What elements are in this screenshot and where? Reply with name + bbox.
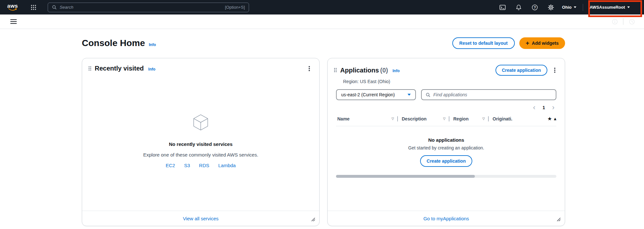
- resize-handle-icon[interactable]: [556, 217, 561, 223]
- sort-icon: ▽: [391, 117, 397, 120]
- applications-widget: Applications(0) Info Create application …: [327, 58, 565, 226]
- info-panel-icon[interactable]: [609, 16, 620, 27]
- widget-title: Applications(0): [340, 67, 388, 74]
- column-header-description[interactable]: Description ▽: [402, 116, 449, 121]
- view-all-services-link[interactable]: View all services: [183, 216, 219, 221]
- plus-icon: +: [526, 40, 529, 46]
- service-links: EC2 S3 RDS Lambda: [166, 163, 235, 168]
- service-link-rds[interactable]: RDS: [199, 163, 209, 168]
- search-bar[interactable]: [Option+S]: [48, 3, 249, 12]
- recently-visited-header: Recently visited Info: [82, 58, 319, 72]
- applications-controls: us-east-2 (Current Region): [336, 89, 556, 100]
- column-header-favorites[interactable]: ★ ▲: [547, 116, 556, 122]
- subbar-right-cluster: [609, 16, 644, 27]
- history-clock-icon[interactable]: [626, 16, 638, 27]
- pagination-prev-icon[interactable]: ‹: [533, 104, 536, 111]
- column-divider: [397, 116, 398, 121]
- add-widgets-label: Add widgets: [532, 41, 559, 46]
- empty-state-description: Get started by creating an application.: [408, 145, 484, 150]
- column-divider: [488, 116, 489, 121]
- kebab-menu-icon[interactable]: [305, 65, 313, 72]
- service-link-lambda[interactable]: Lambda: [218, 163, 236, 168]
- sort-ascending-icon: ▲: [554, 117, 556, 120]
- add-widgets-button[interactable]: + Add widgets: [519, 37, 565, 49]
- chevron-down-icon: [627, 6, 630, 8]
- menu-icon[interactable]: [8, 16, 19, 27]
- column-header-region[interactable]: Region ▽: [453, 116, 488, 121]
- chevron-down-icon: [408, 94, 411, 96]
- applications-header: Applications(0) Info Create application: [328, 58, 565, 76]
- svg-text:?: ?: [533, 5, 536, 9]
- account-label: AWSAssumeRoot: [590, 5, 625, 10]
- applications-region-line: Region: US East (Ohio): [343, 79, 556, 84]
- aws-console-screen: aws [Option+S]: [0, 0, 644, 229]
- page-actions: Reset to default layout + Add widgets: [452, 37, 565, 49]
- account-menu[interactable]: AWSAssumeRoot: [590, 5, 630, 10]
- pagination-next-icon[interactable]: ›: [552, 104, 555, 111]
- recently-visited-empty-state: No recently visited services Explore one…: [82, 72, 319, 211]
- find-applications-input[interactable]: [433, 92, 552, 97]
- empty-state-title: No applications: [428, 137, 464, 143]
- aws-logo-text: aws: [7, 4, 18, 8]
- applications-body: Region: US East (Ohio) us-east-2 (Curren…: [328, 76, 565, 211]
- aws-logo[interactable]: aws: [6, 4, 19, 11]
- region-label: Ohio: [562, 5, 572, 10]
- drag-handle-icon[interactable]: [89, 66, 91, 71]
- page-info-link[interactable]: Info: [149, 43, 156, 47]
- service-link-ec2[interactable]: EC2: [166, 163, 175, 168]
- page-header: Console Home Info Reset to default layou…: [82, 37, 565, 50]
- help-icon[interactable]: ?: [530, 2, 540, 13]
- horizontal-scrollbar[interactable]: [336, 175, 556, 178]
- top-navigation-bar: aws [Option+S]: [0, 0, 644, 14]
- widget-title: Recently visited: [95, 65, 144, 72]
- resize-handle-icon[interactable]: [311, 217, 315, 223]
- search-icon: [52, 5, 57, 10]
- region-filter-select[interactable]: us-east-2 (Current Region): [336, 89, 416, 100]
- kebab-menu-icon[interactable]: [551, 66, 559, 74]
- cloudshell-icon[interactable]: [498, 2, 507, 13]
- column-header-name[interactable]: Name ▽: [337, 116, 397, 121]
- reset-layout-button[interactable]: Reset to default layout: [452, 37, 515, 49]
- notifications-bell-icon[interactable]: [514, 2, 524, 13]
- pagination-current-page[interactable]: 1: [543, 105, 545, 110]
- create-application-button[interactable]: Create application: [495, 65, 547, 76]
- main-content: Console Home Info Reset to default layou…: [0, 29, 644, 229]
- recently-visited-widget: Recently visited Info No recently: [82, 58, 320, 226]
- widget-info-link[interactable]: Info: [392, 69, 399, 73]
- aws-smile-icon: [8, 8, 17, 11]
- empty-state-title: No recently visited services: [169, 141, 233, 147]
- applications-count: (0): [380, 67, 388, 74]
- column-divider: [449, 116, 449, 121]
- pagination: ‹ 1 ›: [336, 104, 556, 111]
- cube-icon: [191, 113, 210, 133]
- recently-visited-footer: View all services: [82, 211, 319, 226]
- page-title: Console Home: [82, 38, 145, 48]
- empty-state-description: Explore one of these commonly visited AW…: [143, 152, 258, 157]
- widgets-row: Recently visited Info No recently: [82, 58, 565, 226]
- applications-table-header: Name ▽ Description ▽ Region ▽: [336, 116, 556, 126]
- column-header-originating[interactable]: Originati.: [493, 116, 522, 121]
- widget-info-link[interactable]: Info: [148, 67, 155, 72]
- star-icon: ★: [547, 116, 552, 122]
- applications-footer: Go to myApplications: [328, 211, 565, 226]
- region-filter-value: us-east-2 (Current Region): [341, 92, 395, 97]
- subbar-divider: [623, 18, 623, 25]
- create-application-button[interactable]: Create application: [420, 155, 472, 167]
- search-input[interactable]: [60, 5, 222, 10]
- topnav-divider: [583, 4, 583, 11]
- secondary-bar: [0, 14, 644, 29]
- scrollbar-thumb[interactable]: [336, 175, 475, 178]
- find-applications-search[interactable]: [421, 89, 556, 100]
- search-icon: [426, 92, 430, 97]
- settings-gear-icon[interactable]: [546, 2, 556, 13]
- service-link-s3[interactable]: S3: [184, 163, 190, 168]
- go-to-myapplications-link[interactable]: Go to myApplications: [423, 216, 469, 221]
- chevron-down-icon: [574, 6, 576, 8]
- app-grid-icon[interactable]: [28, 2, 39, 13]
- drag-handle-icon[interactable]: [334, 68, 337, 72]
- region-selector[interactable]: Ohio: [562, 5, 577, 10]
- search-shortcut-hint: [Option+S]: [225, 5, 245, 10]
- topnav-right-cluster: ?: [498, 0, 644, 14]
- sort-icon: ▽: [443, 117, 449, 120]
- sort-icon: ▽: [482, 117, 488, 120]
